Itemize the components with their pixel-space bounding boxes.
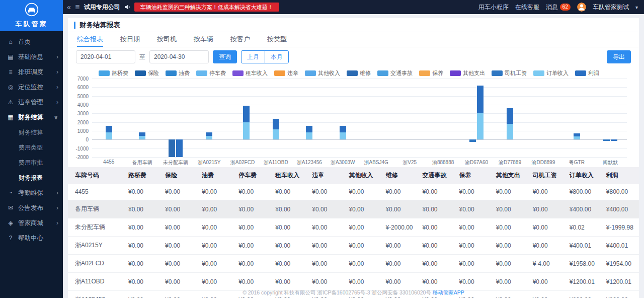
link-online-service[interactable]: 在线客服 [515,3,539,12]
sidebar-item-label: 定位监控 [18,83,56,92]
tab-by-type[interactable]: 按类型 [267,32,287,47]
legend-item[interactable]: 其他支出 [450,69,485,77]
bar-segment[interactable] [139,132,145,136]
legend-item[interactable]: 停车费 [196,69,226,77]
table-row[interactable]: 浙A11OBD¥0.00¥0.00¥0.00¥0.00¥0.00¥0.00¥0.… [68,273,639,291]
legend-item[interactable]: 利润 [575,69,599,77]
legend-label: 其他收入 [318,69,340,77]
help-center-icon: ? [7,235,15,242]
bar-segment[interactable] [243,122,250,139]
x-axis-tick-label: 浙ABSJ4G [360,159,393,165]
bar-segment[interactable] [469,139,476,141]
tab-by-date[interactable]: 按日期 [120,32,140,47]
tab-by-customer[interactable]: 按客户 [230,32,250,47]
table-cell: ¥0.00 [308,291,345,298]
start-date-input[interactable] [76,50,135,63]
legend-item[interactable]: 路桥费 [99,69,128,77]
bar-segment[interactable] [306,132,312,139]
table-cell: ¥0.00 [124,218,161,237]
app-logo[interactable]: 车队管家 [0,0,63,31]
bar-segment[interactable] [306,126,312,133]
sidebar-item-scheduling[interactable]: ≡排班调度› [0,64,63,80]
bar-segment[interactable] [106,126,112,133]
bar-segment[interactable] [507,108,513,124]
sidebar-subitem-expense-approval[interactable]: 费用审批 [0,155,63,170]
y-axis-tick-label: 7000 [77,76,89,82]
bar-segment[interactable] [603,139,610,141]
sidebar-subitem-expense-type[interactable]: 费用类型 [0,140,63,155]
bar-segment[interactable] [273,129,279,140]
sidebar-subitem-finance-settlement-sub[interactable]: 财务结算 [0,125,63,140]
user-dropdown-caret-icon[interactable]: ▾ [635,5,638,10]
chevron-right-icon: › [56,68,58,76]
chart-bar [106,79,112,157]
bar-segment[interactable] [574,136,580,139]
legend-swatch [492,70,503,76]
legend-item[interactable]: 其他收入 [305,69,340,77]
date-range-separator: 至 [139,53,145,61]
user-avatar[interactable] [577,3,586,12]
table-cell: ¥0.00 [234,200,271,218]
sidebar-item-announcement[interactable]: ✉公告发布› [0,200,63,215]
export-button[interactable]: 导出 [607,50,631,63]
title-accent-bar [74,22,75,29]
tab-by-driver[interactable]: 按司机 [157,32,177,47]
company-list-icon[interactable]: ≣ [75,4,80,11]
company-name[interactable]: 试用专用公司 [84,3,120,12]
bar-segment[interactable] [611,139,617,141]
sidebar-item-mall[interactable]: ◈管家商城› [0,215,63,231]
bar-segment[interactable] [139,136,145,139]
sidebar-item-finance-settlement[interactable]: ▦财务结算∨ [0,110,63,125]
chart-bar [273,79,279,157]
legend-item[interactable]: 司机工资 [492,69,527,77]
table-row[interactable]: 浙A0215Y¥0.00¥0.00¥0.00¥0.00¥0.00¥0.00¥0.… [68,237,639,255]
collapse-sidebar-icon[interactable]: « [67,3,71,11]
bar-segment[interactable] [477,113,484,140]
mobile-app-link[interactable]: 移动管家APP [433,289,464,295]
bar-segment[interactable] [340,126,346,133]
bar-segment[interactable] [340,132,346,139]
table-row[interactable]: 4455¥0.00¥0.00¥0.00¥0.00¥0.00¥0.00¥0.00¥… [68,184,639,200]
bar-segment[interactable] [206,132,212,136]
end-date-input[interactable] [149,50,209,63]
table-row[interactable]: 浙A02FCD¥0.00¥0.00¥0.00¥0.00¥0.00¥0.00¥0.… [68,255,639,273]
bar-segment[interactable] [574,133,580,136]
legend-item[interactable]: 油费 [166,69,190,77]
bar-segment[interactable] [507,124,513,139]
link-mini-program[interactable]: 用车小程序 [478,3,509,12]
sidebar-item-help-center[interactable]: ?帮助中心 [0,231,63,246]
sidebar-item-basic-info[interactable]: ▤基础信息› [0,49,63,64]
sidebar-item-violation-mgmt[interactable]: ⚠违章管理› [0,95,63,110]
bar-slot [360,79,393,157]
legend-item[interactable]: 维修 [347,69,371,77]
legend-item[interactable]: 违章 [274,69,298,77]
sidebar-subitem-finance-report[interactable]: 财务报表 [0,170,63,185]
sidebar-item-attendance-maintenance[interactable]: ◔考勤维保› [0,185,63,200]
sidebar-item-location-monitor[interactable]: ◎定位监控› [0,80,63,95]
bar-segment[interactable] [169,139,175,157]
legend-item[interactable]: 订单收入 [533,69,569,77]
sidebar-item-home[interactable]: ⌂首页 [0,34,63,49]
tab-by-vehicle[interactable]: 按车辆 [194,32,213,47]
legend-item[interactable]: 保险 [135,69,159,77]
table-row[interactable]: 浙A123456¥0.00¥0.00¥0.00¥0.00¥0.00¥0.00¥0… [68,291,639,298]
table-row[interactable]: 备用车辆¥0.00¥0.00¥0.00¥0.00¥0.00¥0.00¥0.00¥… [68,200,639,218]
x-axis-tick-label: 4455 [92,159,125,165]
bar-segment[interactable] [176,139,183,157]
bar-segment[interactable] [206,136,212,139]
link-messages[interactable]: 消息 [546,3,558,12]
bar-segment[interactable] [477,86,484,112]
bar-segment[interactable] [273,119,279,129]
prev-month-button[interactable]: 上月 [241,50,265,63]
bar-segment[interactable] [243,106,250,123]
this-month-button[interactable]: 本月 [265,50,289,63]
legend-item[interactable]: 交通事故 [377,69,413,77]
table-row[interactable]: 未分配车辆¥0.00¥0.00¥0.00¥0.00¥0.00¥0.00¥0.00… [68,218,639,237]
tab-comprehensive-report[interactable]: 综合报表 [77,32,103,47]
user-name[interactable]: 车队管家测试 [593,3,629,12]
announcement-banner[interactable]: 车辆油耗监测的三种解决方案！低成本解决省大难题！ [134,3,279,12]
legend-item[interactable]: 保养 [419,69,443,77]
legend-item[interactable]: 租车收入 [232,69,268,77]
query-button[interactable]: 查询 [213,50,237,63]
bar-segment[interactable] [106,132,112,139]
